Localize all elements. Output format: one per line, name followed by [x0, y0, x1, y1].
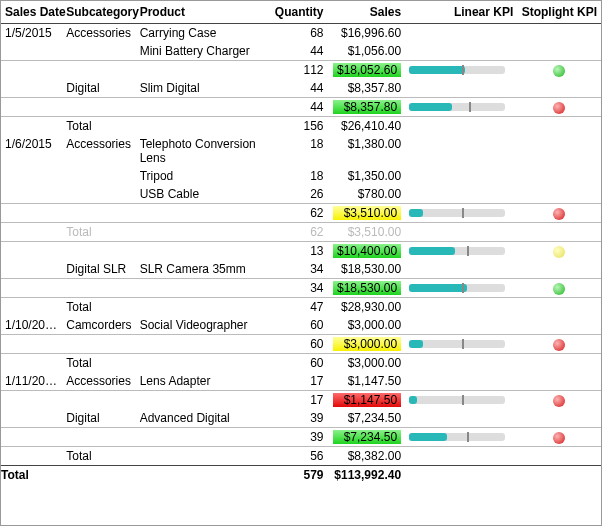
product-cell [136, 204, 267, 223]
product-cell [136, 298, 267, 317]
col-linear-kpi[interactable]: Linear KPI [405, 1, 517, 24]
linear-cell [405, 372, 517, 391]
date-cell [1, 391, 62, 410]
col-stoplight-kpi[interactable]: Stoplight KPI [517, 1, 601, 24]
quantity-cell: 156 [266, 117, 327, 136]
subcategory-cell: Digital [62, 409, 135, 428]
linear-kpi-bar [409, 340, 505, 348]
linear-kpi-bar [409, 247, 505, 255]
linear-cell [405, 79, 517, 98]
linear-cell [405, 42, 517, 61]
stoplight-cell [517, 279, 601, 298]
date-cell: 1/5/2015 [1, 24, 62, 43]
date-cell: 1/6/2015 [1, 135, 62, 167]
table-row[interactable]: DigitalAdvanced Digital39$7,234.50 [1, 409, 601, 428]
linear-cell [405, 298, 517, 317]
sales-cell: $3,510.00 [328, 223, 406, 242]
quantity-cell: 34 [266, 260, 327, 279]
subtotal-row[interactable]: 60$3,000.00 [1, 335, 601, 354]
table-row[interactable]: DigitalSlim Digital44$8,357.80 [1, 79, 601, 98]
total-label-cell: Total [62, 117, 135, 136]
quantity-cell: 47 [266, 298, 327, 317]
linear-cell [405, 223, 517, 242]
subtotal-row[interactable]: 62$3,510.00 [1, 204, 601, 223]
sales-report-table: Sales Date Subcategory Product Quantity … [1, 1, 601, 484]
subtotal-row[interactable]: 17$1,147.50 [1, 391, 601, 410]
date-cell [1, 298, 62, 317]
date-cell [1, 98, 62, 117]
quantity-cell: 62 [266, 223, 327, 242]
grand-total-label: Total [1, 466, 62, 485]
date-cell [1, 204, 62, 223]
sales-kpi-chip: $1,147.50 [333, 393, 401, 407]
stoplight-cell [517, 428, 601, 447]
col-date[interactable]: Sales Date [1, 1, 62, 24]
grand-total-row: Total579$113,992.40 [1, 466, 601, 485]
stoplight-cell [517, 24, 601, 43]
col-sales[interactable]: Sales [328, 1, 406, 24]
stoplight-cell [517, 354, 601, 373]
table-row[interactable]: 1/11/2015AccessoriesLens Adapter17$1,147… [1, 372, 601, 391]
product-cell [136, 242, 267, 261]
table-row[interactable]: 1/5/2015AccessoriesCarrying Case68$16,99… [1, 24, 601, 43]
sales-cell: $3,510.00 [328, 204, 406, 223]
table-row[interactable]: Mini Battery Charger44$1,056.00 [1, 42, 601, 61]
date-cell [1, 279, 62, 298]
day-total-row[interactable]: Total156$26,410.40 [1, 117, 601, 136]
day-total-row[interactable]: Total60$3,000.00 [1, 354, 601, 373]
sales-cell: $1,056.00 [328, 42, 406, 61]
stoplight-cell [517, 447, 601, 466]
product-cell [136, 223, 267, 242]
day-total-row[interactable]: Total56$8,382.00 [1, 447, 601, 466]
subcategory-cell: Accessories [62, 24, 135, 43]
table-row[interactable]: 1/10/2015CamcordersSocial Videographer60… [1, 316, 601, 335]
linear-cell [405, 316, 517, 335]
subcategory-cell [62, 279, 135, 298]
subtotal-row[interactable]: 112$18,052.60 [1, 61, 601, 80]
total-label-cell: Total [62, 354, 135, 373]
quantity-cell: 60 [266, 354, 327, 373]
day-total-row[interactable]: Total62$3,510.00 [1, 223, 601, 242]
quantity-cell: 17 [266, 372, 327, 391]
subtotal-row[interactable]: 34$18,530.00 [1, 279, 601, 298]
subcategory-cell [62, 61, 135, 80]
product-cell: Slim Digital [136, 79, 267, 98]
table-row[interactable]: Tripod18$1,350.00 [1, 167, 601, 185]
product-cell [136, 354, 267, 373]
table-row[interactable]: 1/6/2015AccessoriesTelephoto Conversion … [1, 135, 601, 167]
product-cell: Telephoto Conversion Lens [136, 135, 267, 167]
col-quantity[interactable]: Quantity [266, 1, 327, 24]
product-cell [136, 428, 267, 447]
product-cell: Lens Adapter [136, 372, 267, 391]
stoplight-cell [517, 42, 601, 61]
subcategory-cell [62, 185, 135, 204]
col-subcat[interactable]: Subcategory [62, 1, 135, 24]
date-cell [1, 79, 62, 98]
quantity-cell: 13 [266, 242, 327, 261]
date-cell [1, 185, 62, 204]
linear-cell [405, 409, 517, 428]
col-product[interactable]: Product [136, 1, 267, 24]
sales-kpi-chip: $3,000.00 [333, 337, 401, 351]
table-row[interactable]: USB Cable26$780.00 [1, 185, 601, 204]
sales-kpi-chip: $18,530.00 [333, 281, 401, 295]
sales-cell: $7,234.50 [328, 428, 406, 447]
linear-cell [405, 354, 517, 373]
day-total-row[interactable]: Total47$28,930.00 [1, 298, 601, 317]
sales-kpi-chip: $18,052.60 [333, 63, 401, 77]
sales-cell: $1,380.00 [328, 135, 406, 167]
total-label-cell: Total [62, 447, 135, 466]
date-cell [1, 42, 62, 61]
stoplight-cell [517, 135, 601, 167]
table-row[interactable]: Digital SLRSLR Camera 35mm34$18,530.00 [1, 260, 601, 279]
quantity-cell: 39 [266, 428, 327, 447]
stoplight-cell [517, 316, 601, 335]
linear-cell [405, 24, 517, 43]
date-cell [1, 242, 62, 261]
sales-cell: $18,530.00 [328, 260, 406, 279]
subtotal-row[interactable]: 13$10,400.00 [1, 242, 601, 261]
table-header-row: Sales Date Subcategory Product Quantity … [1, 1, 601, 24]
subtotal-row[interactable]: 44$8,357.80 [1, 98, 601, 117]
linear-cell [405, 335, 517, 354]
subtotal-row[interactable]: 39$7,234.50 [1, 428, 601, 447]
